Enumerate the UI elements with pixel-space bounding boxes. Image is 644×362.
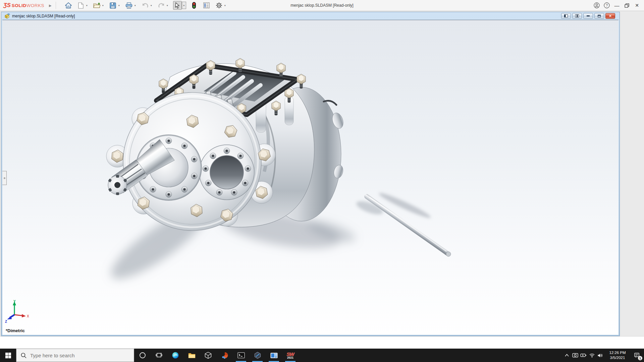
doc-pane-right-button[interactable] <box>572 13 582 19</box>
tray-volume-button[interactable] <box>596 349 604 362</box>
start-button[interactable] <box>0 349 16 362</box>
file-properties-icon <box>203 2 210 8</box>
taskbar-app-solidworks[interactable]: SW 2021 <box>282 349 299 362</box>
graphics-viewport[interactable]: Y X Z *Dimetric <box>2 20 619 335</box>
options-button[interactable] <box>215 1 223 10</box>
tray-show-hidden-icons-button[interactable] <box>562 349 571 362</box>
taskbar: SW 2021 <box>0 349 644 362</box>
tray-display-button[interactable] <box>571 349 579 362</box>
chevron-up-icon <box>565 353 569 357</box>
app-title: menjac sklop.SLDASM [Read-only] <box>290 3 353 8</box>
open-icon <box>93 2 101 8</box>
assembly-document-icon <box>4 13 10 19</box>
doc-minimize-button[interactable] <box>583 13 593 19</box>
panel-splitter-handle[interactable] <box>2 171 7 185</box>
tray-network-button[interactable] <box>588 349 596 362</box>
print-icon <box>125 2 132 9</box>
cortana-icon <box>139 352 146 359</box>
close-button[interactable]: ✕ <box>632 0 642 11</box>
triad-z-label: Z <box>5 320 7 323</box>
bearing-boss-right <box>199 145 254 200</box>
new-document-dropdown[interactable]: ▾ <box>86 4 89 7</box>
doc-minimize-icon <box>587 15 590 16</box>
blue-window-app-icon <box>270 353 278 358</box>
search-icon <box>21 353 26 358</box>
windows-start-icon <box>5 353 11 358</box>
taskbar-app-hex-utility[interactable] <box>249 349 266 362</box>
notification-badge: 1 <box>638 356 642 360</box>
triad-x-label: X <box>27 314 29 318</box>
undo-dropdown[interactable]: ▾ <box>151 4 153 7</box>
select-cursor-icon <box>174 2 180 9</box>
taskbar-app-cortana[interactable] <box>134 349 151 362</box>
redo-dropdown[interactable]: ▾ <box>167 4 169 7</box>
select-tool-dropdown[interactable]: ▾ <box>182 2 186 9</box>
display-icon <box>572 353 578 358</box>
triad-y-label: Y <box>13 300 16 303</box>
rebuild-traffic-light-icon <box>192 2 196 9</box>
home-button[interactable] <box>64 1 73 10</box>
solidworks-logo: ƷS SOLID WORKS <box>0 2 44 9</box>
doc-restore-button[interactable] <box>594 13 604 19</box>
taskbar-app-media-tool[interactable] <box>216 349 233 362</box>
document-window: menjac sklop.SLDASM [Read-only] <box>1 12 620 336</box>
taskbar-app-file-explorer[interactable] <box>183 349 200 362</box>
tray-clock[interactable]: 12:26 PM 3/5/2021 <box>607 350 628 360</box>
open-button[interactable] <box>93 1 101 10</box>
taskbar-app-edge[interactable] <box>167 349 183 362</box>
account-button[interactable] <box>592 0 602 11</box>
tray-battery-button[interactable] <box>579 349 588 362</box>
menu-flyout-arrow-icon[interactable]: ▶ <box>49 4 52 7</box>
status-bar <box>0 336 644 349</box>
help-icon: ? <box>604 2 610 8</box>
toolbar-separator <box>56 2 56 9</box>
minimize-button[interactable]: — <box>612 0 622 11</box>
taskbar-search[interactable] <box>16 349 134 362</box>
pane-right-icon <box>575 14 579 17</box>
open-dropdown[interactable]: ▾ <box>102 4 105 7</box>
search-input[interactable] <box>30 353 121 358</box>
document-titlebar[interactable]: menjac sklop.SLDASM [Read-only] <box>2 12 619 20</box>
hexagon-app-icon <box>254 352 261 359</box>
action-center-button[interactable]: 1 <box>630 349 644 362</box>
options-gear-icon <box>216 2 222 9</box>
save-dropdown[interactable]: ▾ <box>118 4 121 7</box>
doc-pane-left-button[interactable] <box>561 13 571 19</box>
tray-time: 12:26 PM <box>607 350 628 355</box>
solidworks-logo-mark: ƷS <box>3 2 11 9</box>
file-explorer-icon <box>188 352 196 359</box>
help-button[interactable]: ? <box>602 0 612 11</box>
view-orientation-label: *Dimetric <box>6 328 25 333</box>
taskbar-app-blue-window[interactable] <box>266 349 282 362</box>
save-button[interactable] <box>109 1 117 10</box>
undo-button[interactable] <box>141 1 150 10</box>
taskbar-app-3d-viewer[interactable] <box>200 349 216 362</box>
battery-icon <box>580 353 587 358</box>
doc-close-button[interactable]: ✕ <box>605 13 615 19</box>
print-button[interactable] <box>125 1 133 10</box>
undo-icon <box>142 3 149 8</box>
command-prompt-icon <box>237 352 245 358</box>
task-view-icon <box>156 352 162 358</box>
system-tray: 12:26 PM 3/5/2021 1 <box>562 349 644 362</box>
document-title: menjac sklop.SLDASM [Read-only] <box>12 14 75 18</box>
edge-icon <box>172 352 179 359</box>
options-dropdown[interactable]: ▾ <box>224 4 227 7</box>
account-icon <box>594 2 600 8</box>
restore-button[interactable] <box>622 0 632 11</box>
wifi-icon <box>589 353 595 358</box>
redo-icon <box>158 3 165 8</box>
speaker-icon <box>597 353 603 358</box>
new-document-icon <box>78 2 84 9</box>
taskbar-app-command-prompt[interactable] <box>233 349 249 362</box>
taskbar-app-task-view[interactable] <box>151 349 167 362</box>
select-tool-button[interactable] <box>173 1 182 10</box>
rebuild-button[interactable] <box>190 1 199 10</box>
pane-left-icon <box>564 14 568 17</box>
print-dropdown[interactable]: ▾ <box>135 4 137 7</box>
new-document-button[interactable] <box>76 1 85 10</box>
orientation-triad: Y X Z <box>2 299 33 325</box>
file-properties-button[interactable] <box>202 1 211 10</box>
redo-button[interactable] <box>157 1 166 10</box>
3d-viewer-cube-icon <box>205 352 212 359</box>
